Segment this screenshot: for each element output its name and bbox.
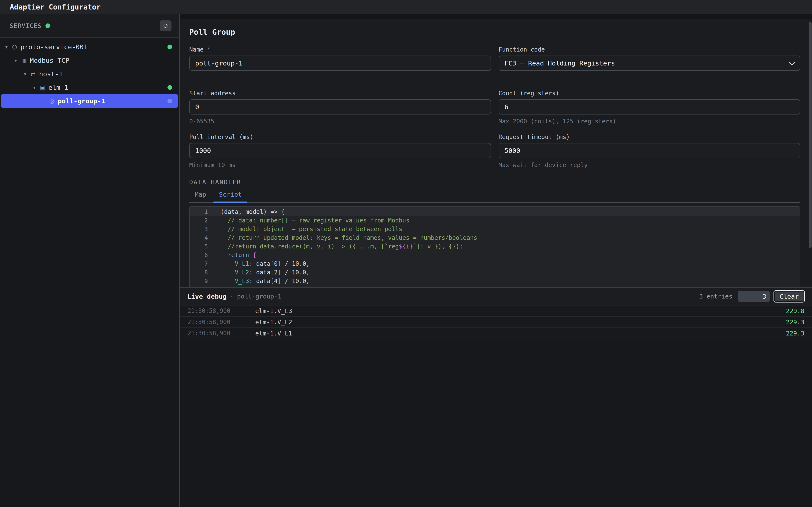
script-editor[interactable]: 1(data, model) => {2 // data: number[] –… [189, 206, 800, 287]
debug-key: elm-1.V_L2 [255, 319, 292, 326]
field-value: 1000 [195, 147, 211, 155]
field-helper-name [189, 74, 491, 80]
editor-line: 9 V_L3: data[4] / 10.0, [190, 277, 800, 285]
debug-value: 229.8 [786, 307, 804, 315]
titlebar: Adaptier Configurator [0, 0, 812, 14]
entries-count-value: 3 [763, 293, 766, 300]
editor-line: 10 } [190, 285, 800, 287]
poll-interval-input[interactable]: 1000 [189, 143, 491, 158]
start-address-input[interactable]: 0 [189, 99, 491, 114]
device-icon: ▣ [40, 84, 48, 91]
code-text: (data, model) => { [213, 208, 285, 215]
live-debug-context: poll-group-1 [237, 293, 282, 300]
editor-line: 2 // data: number[] – raw register value… [190, 216, 800, 225]
expand-chevron-icon[interactable]: ▾ [24, 71, 31, 77]
app-title: Adaptier Configurator [10, 3, 101, 11]
code-text: V_L2: data[2] / 10.0, [213, 269, 310, 276]
data-handler-tabs: MapScript [189, 191, 800, 203]
request-timeout-input[interactable]: 5000 [499, 143, 800, 158]
editor-line: 5 //return data.reduce((m, v, i) => ({ .… [190, 242, 800, 251]
field-label-count-registers: Count (registers) [499, 90, 800, 97]
field-count-registers: Count (registers)6Max 2000 (coils), 125 … [499, 90, 800, 124]
field-function-code: Function codeFC3 — Read Holding Register… [499, 46, 800, 80]
page-title: Poll Group [189, 28, 800, 36]
live-debug-pane: Live debug · poll-group-1 3 entries 3 Cl… [180, 288, 812, 507]
editor-line: 8 V_L2: data[2] / 10.0, [190, 268, 800, 277]
sidebar-item-modbus-tcp[interactable]: ▾▥Modbus TCP [1, 54, 178, 67]
name-input[interactable]: poll-group-1 [189, 56, 491, 71]
tree-item-label: Modbus TCP [30, 57, 69, 64]
debug-key: elm-1.V_L3 [255, 307, 292, 315]
entries-count-label: 3 entries [699, 293, 732, 300]
services-tree: ▾⬡proto-service-001▾▥Modbus TCP▾⇄host-1▾… [0, 38, 179, 108]
line-number: 6 [190, 251, 213, 260]
code-text: V_L1: data[0] / 10.0, [213, 260, 310, 267]
debug-timestamp: 21:30:58,900 [188, 319, 255, 326]
status-dot [167, 85, 172, 90]
field-label-start-address: Start address [189, 90, 491, 97]
field-label-request-timeout: Request timeout (ms) [499, 133, 800, 140]
line-number: 3 [190, 225, 213, 233]
debug-row[interactable]: 21:30:58,900elm-1.V_L3229.8 [180, 305, 812, 317]
tree-item-label: proto-service-001 [20, 43, 88, 51]
poll-group-form-pane: Poll Group Name *poll-group-1Function co… [180, 19, 812, 287]
field-value: 6 [505, 103, 509, 111]
field-value: FC3 — Read Holding Registers [505, 59, 615, 67]
field-request-timeout: Request timeout (ms)5000Max wait for dev… [499, 133, 800, 168]
field-label-function-code: Function code [499, 46, 800, 53]
sidebar-item-proto-service-001[interactable]: ▾⬡proto-service-001 [1, 40, 178, 54]
editor-line: 1(data, model) => { [190, 208, 800, 216]
line-number: 5 [190, 242, 213, 251]
field-poll-interval: Poll interval (ms)1000Minimum 10 ms [189, 133, 491, 168]
count-registers-input[interactable]: 6 [499, 99, 800, 114]
code-text: //return data.reduce((m, v, i) => ({ ...… [213, 243, 463, 250]
expand-chevron-icon[interactable]: ▾ [5, 44, 12, 50]
field-value: 5000 [505, 147, 520, 155]
data-handler-section-label: DATA HANDLER [189, 178, 800, 186]
debug-value: 229.3 [786, 330, 804, 337]
function-code-select[interactable]: FC3 — Read Holding Registers [499, 56, 800, 71]
editor-line: 4 // return updated model: keys = field … [190, 233, 800, 242]
main-panel: Poll Group Name *poll-group-1Function co… [180, 14, 812, 507]
sidebar-item-elm-1[interactable]: ▾▣elm-1 [1, 81, 178, 94]
expand-chevron-icon[interactable]: ▾ [14, 58, 21, 63]
field-label-poll-interval: Poll interval (ms) [189, 133, 491, 140]
refresh-icon: ↺ [163, 22, 168, 30]
clear-button[interactable]: Clear [773, 290, 805, 302]
refresh-button[interactable]: ↺ [160, 20, 171, 31]
field-label-name: Name * [189, 46, 491, 53]
editor-line: 7 V_L1: data[0] / 10.0, [190, 260, 800, 268]
field-helper-request-timeout: Max wait for device reply [499, 162, 800, 168]
sidebar: SERVICES ↺ ▾⬡proto-service-001▾▥Modbus T… [0, 14, 179, 507]
code-text: V_L3: data[4] / 10.0, [213, 278, 310, 285]
chevron-down-icon [789, 59, 795, 65]
line-number: 10 [190, 285, 213, 287]
line-number: 8 [190, 268, 213, 277]
tab-map[interactable]: Map [195, 191, 206, 203]
tab-script[interactable]: Script [219, 191, 242, 203]
sidebar-item-poll-group-1[interactable]: ▾◎poll-group-1 [1, 94, 178, 108]
field-value: poll-group-1 [195, 59, 243, 67]
app-body: SERVICES ↺ ▾⬡proto-service-001▾▥Modbus T… [0, 14, 812, 507]
debug-timestamp: 21:30:58,900 [188, 330, 255, 337]
field-start-address: Start address00-65535 [189, 90, 491, 124]
entries-count-input[interactable]: 3 [738, 291, 770, 302]
debug-value: 229.3 [786, 319, 804, 326]
code-text: // data: number[] – raw register values … [213, 217, 409, 224]
code-text: // model: object – persisted state betwe… [213, 226, 402, 233]
line-number: 1 [190, 208, 213, 216]
poll-group-icon: ◎ [49, 98, 58, 104]
live-debug-header: Live debug · poll-group-1 3 entries 3 Cl… [180, 288, 812, 305]
debug-row[interactable]: 21:30:58,900elm-1.V_L2229.3 [180, 317, 812, 328]
debug-key: elm-1.V_L1 [255, 330, 292, 337]
sidebar-item-host-1[interactable]: ▾⇄host-1 [1, 67, 178, 81]
form-scrollbar[interactable] [809, 22, 812, 248]
expand-chevron-icon[interactable]: ▾ [33, 85, 40, 90]
field-value: 0 [195, 103, 199, 111]
debug-row[interactable]: 21:30:58,900elm-1.V_L1229.3 [180, 328, 812, 339]
tree-item-label: poll-group-1 [58, 97, 105, 105]
poll-group-form: Name *poll-group-1Function codeFC3 — Rea… [189, 46, 800, 168]
field-helper-function-code [499, 74, 800, 80]
line-number: 2 [190, 216, 213, 225]
status-dot [167, 45, 172, 49]
